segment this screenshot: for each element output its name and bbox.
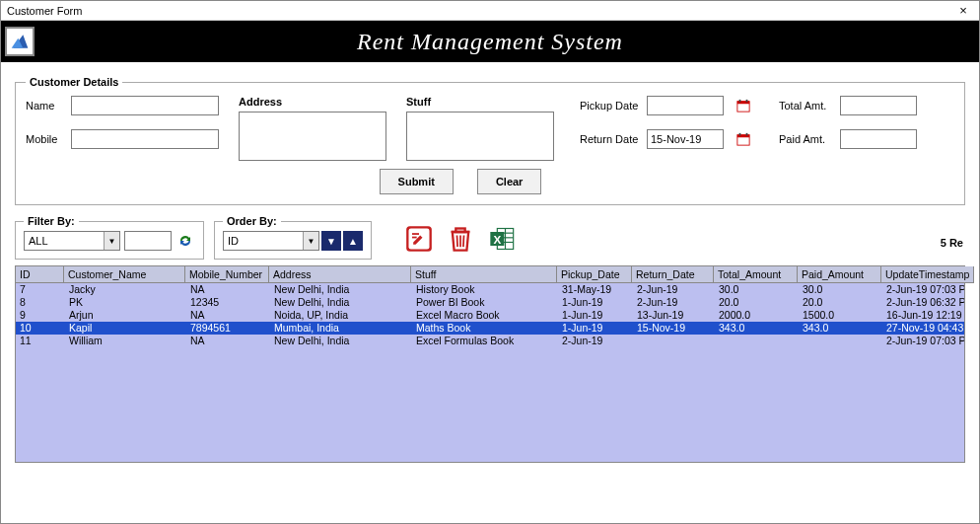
order-selected: ID — [224, 235, 303, 247]
name-label: Name — [26, 100, 65, 112]
pickup-field[interactable] — [647, 96, 724, 115]
svg-rect-15 — [452, 231, 470, 233]
cell: 31-May-19 — [558, 283, 633, 296]
table-row[interactable]: 8PK12345New Delhi, IndiaPower BI Book1-J… — [16, 296, 964, 309]
col-header[interactable]: Paid_Amount — [798, 266, 881, 283]
cell: 8 — [16, 296, 65, 309]
filter-combo[interactable]: ALL ▼ — [24, 231, 120, 251]
cell: 30.0 — [799, 283, 882, 296]
cell: 7894561 — [186, 322, 270, 335]
clear-button[interactable]: Clear — [477, 169, 542, 194]
col-header[interactable]: Pickup_Date — [557, 266, 632, 283]
cell — [633, 335, 715, 347]
cell: 27-Nov-19 04:43 PM — [882, 322, 965, 335]
cell: 343.0 — [799, 322, 882, 335]
svg-rect-12 — [412, 233, 419, 235]
address-field[interactable] — [239, 112, 386, 161]
titlebar: Customer Form × — [1, 1, 979, 21]
submit-button[interactable]: Submit — [380, 169, 454, 194]
trash-icon[interactable] — [447, 225, 474, 253]
cell: 2000.0 — [715, 309, 799, 322]
stuff-label: Stuff — [406, 96, 554, 108]
record-count: 5 Re — [941, 237, 965, 249]
cell: 2-Jun-19 — [558, 335, 633, 347]
cell: New Delhi, India — [270, 283, 412, 296]
refresh-icon[interactable] — [175, 231, 195, 251]
svg-rect-8 — [739, 133, 741, 136]
cell: 1-Jun-19 — [558, 322, 633, 335]
edit-icon[interactable] — [405, 225, 433, 253]
cell: Power BI Book — [412, 296, 558, 309]
total-field[interactable] — [840, 96, 917, 115]
grid-header: IDCustomer_NameMobile_NumberAddressStuff… — [15, 266, 965, 283]
cell — [799, 335, 882, 347]
table-row[interactable]: 11WilliamNANew Delhi, IndiaExcel Formula… — [16, 335, 964, 347]
cell: 2-Jun-19 — [633, 296, 715, 309]
close-icon[interactable]: × — [953, 3, 973, 18]
table-row[interactable]: 7JackyNANew Delhi, IndiaHistory Book31-M… — [16, 283, 964, 296]
data-grid: IDCustomer_NameMobile_NumberAddressStuff… — [15, 265, 965, 463]
cell: Jacky — [65, 283, 186, 296]
grid-body[interactable]: 7JackyNANew Delhi, IndiaHistory Book31-M… — [15, 283, 965, 463]
sort-desc-icon[interactable]: ▼ — [321, 231, 341, 251]
col-header[interactable]: Stuff — [411, 266, 557, 283]
filter-text-field[interactable] — [124, 231, 172, 251]
app-title: Rent Management System — [44, 29, 975, 55]
cell: Excel Macro Book — [412, 309, 558, 322]
cell: 2-Jun-19 — [633, 283, 715, 296]
col-header[interactable]: Mobile_Number — [185, 266, 269, 283]
pickup-label: Pickup Date — [580, 100, 641, 112]
calendar-icon[interactable] — [734, 96, 753, 115]
mobile-field[interactable] — [71, 129, 219, 149]
table-row[interactable]: 9ArjunNANoida, UP, IndiaExcel Macro Book… — [16, 309, 964, 322]
col-header[interactable]: Return_Date — [632, 266, 714, 283]
svg-rect-4 — [739, 100, 741, 103]
total-label: Total Amt. — [779, 100, 834, 112]
app-logo-icon — [5, 27, 35, 56]
sort-asc-icon[interactable]: ▲ — [343, 231, 363, 251]
cell: 9 — [16, 309, 65, 322]
details-legend: Customer Details — [26, 76, 122, 88]
paid-field[interactable] — [840, 129, 917, 149]
cell: Noida, UP, India — [270, 309, 412, 322]
cell — [715, 335, 799, 347]
banner: Rent Management System — [1, 21, 979, 62]
table-row[interactable]: 10Kapil7894561Mumbai, IndiaMaths Book1-J… — [16, 322, 964, 335]
address-label: Address — [239, 96, 386, 108]
mobile-label: Mobile — [26, 133, 65, 145]
order-combo[interactable]: ID ▼ — [223, 231, 319, 251]
cell: NA — [186, 309, 270, 322]
svg-rect-13 — [412, 237, 417, 239]
calendar-icon[interactable] — [734, 129, 753, 149]
cell: 30.0 — [715, 283, 799, 296]
window-title: Customer Form — [7, 5, 82, 17]
excel-icon[interactable]: X — [488, 225, 516, 253]
cell: 20.0 — [799, 296, 882, 309]
cell: PK — [65, 296, 186, 309]
return-field[interactable] — [647, 129, 724, 149]
cell: 20.0 — [715, 296, 799, 309]
cell: 15-Nov-19 — [633, 322, 715, 335]
filter-legend: Filter By: — [24, 215, 79, 227]
cell: 7 — [16, 283, 65, 296]
chevron-down-icon: ▼ — [303, 232, 318, 250]
stuff-field[interactable] — [406, 112, 554, 161]
window: Customer Form × Rent Management System C… — [0, 0, 980, 524]
col-header[interactable]: UpdateTimestamp — [881, 266, 974, 283]
svg-line-16 — [457, 236, 458, 248]
cell: 12345 — [186, 296, 270, 309]
customer-details-group: Customer Details Name Mobile Address — [15, 76, 965, 205]
cell: 11 — [16, 335, 65, 347]
cell: 10 — [16, 322, 65, 335]
svg-rect-5 — [746, 100, 748, 103]
order-group: Order By: ID ▼ ▼ ▲ — [214, 215, 372, 260]
col-header[interactable]: Customer_Name — [64, 266, 185, 283]
paid-label: Paid Amt. — [779, 133, 834, 145]
col-header[interactable]: Total_Amount — [714, 266, 798, 283]
col-header[interactable]: ID — [15, 266, 64, 283]
name-field[interactable] — [71, 96, 219, 115]
col-header[interactable]: Address — [269, 266, 411, 283]
cell: History Book — [412, 283, 558, 296]
cell: Kapil — [65, 322, 186, 335]
cell: 343.0 — [715, 322, 799, 335]
